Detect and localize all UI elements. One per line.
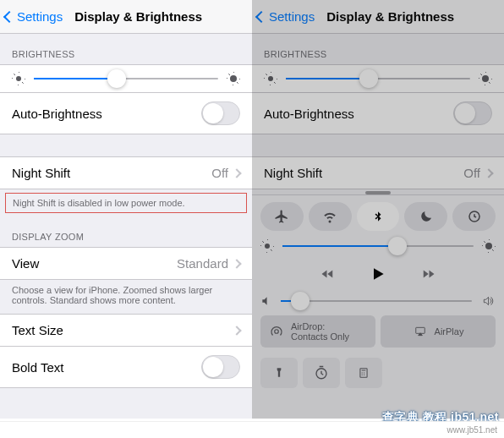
settings-panel-left: Settings Display & Brightness BRIGHTNESS… bbox=[0, 0, 252, 419]
next-track-button[interactable] bbox=[417, 266, 439, 282]
airdrop-title: AirDrop: bbox=[291, 321, 349, 331]
cc-bottom-row bbox=[260, 356, 496, 388]
flashlight-button[interactable] bbox=[260, 358, 298, 388]
bold-text-row[interactable]: Bold Text bbox=[0, 347, 252, 388]
night-shift-row[interactable]: Night Shift Off bbox=[252, 156, 504, 189]
cc-volume-slider[interactable] bbox=[260, 295, 496, 307]
view-label: View bbox=[12, 256, 39, 271]
volume-high-icon bbox=[480, 295, 496, 307]
timer-button[interactable] bbox=[303, 358, 340, 388]
airplane-icon bbox=[274, 209, 289, 224]
auto-brightness-row[interactable]: Auto-Brightness bbox=[0, 93, 252, 134]
brightness-track[interactable] bbox=[286, 78, 470, 79]
chevron-right-icon bbox=[232, 168, 241, 178]
rotation-lock-icon bbox=[467, 209, 482, 224]
bold-text-label: Bold Text bbox=[12, 360, 63, 375]
calculator-icon bbox=[358, 365, 370, 381]
calculator-button[interactable] bbox=[345, 358, 382, 388]
rewind-icon bbox=[317, 266, 339, 282]
bluetooth-icon bbox=[372, 209, 384, 224]
sun-dim-icon bbox=[260, 239, 274, 253]
chevron-right-icon bbox=[232, 259, 241, 268]
cc-toggle-row bbox=[260, 202, 496, 231]
night-shift-footer: Night Shift is disabled in low power mod… bbox=[5, 193, 247, 213]
chevron-left-icon bbox=[3, 10, 15, 22]
auto-brightness-row[interactable]: Auto-Brightness bbox=[252, 93, 504, 134]
airdrop-tile[interactable]: AirDrop:Contacts Only bbox=[260, 315, 375, 348]
brightness-slider-row[interactable] bbox=[0, 64, 252, 93]
sun-bright-icon bbox=[479, 72, 492, 85]
airplay-icon bbox=[413, 326, 428, 337]
back-button[interactable]: Settings bbox=[5, 9, 63, 24]
back-button[interactable]: Settings bbox=[257, 9, 315, 24]
brightness-track[interactable] bbox=[34, 78, 218, 79]
play-button[interactable] bbox=[370, 265, 386, 283]
rotation-lock-toggle[interactable] bbox=[452, 202, 496, 231]
back-label: Settings bbox=[17, 9, 63, 24]
control-center: AirDrop:Contacts Only AirPlay bbox=[252, 194, 504, 419]
night-shift-value: Off bbox=[211, 166, 228, 180]
page-title: Display & Brightness bbox=[326, 9, 454, 24]
bluetooth-toggle[interactable] bbox=[357, 202, 400, 231]
auto-brightness-label: Auto-Brightness bbox=[12, 107, 102, 121]
chevron-right-icon bbox=[232, 326, 241, 335]
text-size-row[interactable]: Text Size bbox=[0, 314, 252, 347]
airplane-toggle[interactable] bbox=[260, 202, 304, 231]
forward-icon bbox=[417, 266, 439, 282]
sun-dim-icon bbox=[12, 72, 25, 85]
section-header-brightness: BRIGHTNESS bbox=[0, 34, 252, 64]
dnd-toggle[interactable] bbox=[404, 202, 447, 231]
timer-icon bbox=[314, 365, 329, 381]
night-shift-label: Night Shift bbox=[12, 166, 70, 180]
airdrop-sub: Contacts Only bbox=[291, 331, 349, 342]
view-row[interactable]: View Standard bbox=[0, 247, 252, 280]
wifi-icon bbox=[322, 209, 337, 224]
chevron-left-icon bbox=[255, 10, 267, 22]
nav-bar: Settings Display & Brightness bbox=[252, 0, 504, 34]
play-icon bbox=[370, 265, 386, 283]
view-value: Standard bbox=[177, 256, 228, 271]
sun-dim-icon bbox=[264, 72, 277, 85]
airplay-label: AirPlay bbox=[435, 326, 464, 337]
volume-low-icon bbox=[260, 295, 272, 307]
section-header-zoom: DISPLAY ZOOM bbox=[0, 216, 252, 247]
settings-panel-right: Settings Display & Brightness BRIGHTNESS… bbox=[252, 0, 504, 419]
night-shift-row[interactable]: Night Shift Off bbox=[0, 156, 252, 189]
page-title: Display & Brightness bbox=[74, 9, 202, 24]
sun-bright-icon bbox=[482, 239, 496, 253]
cc-brightness-slider[interactable] bbox=[260, 239, 496, 253]
section-header-brightness: BRIGHTNESS bbox=[252, 34, 504, 64]
moon-icon bbox=[419, 209, 434, 224]
image-credit: www.jb51.net bbox=[0, 421, 504, 438]
back-label: Settings bbox=[269, 9, 315, 24]
prev-track-button[interactable] bbox=[317, 266, 339, 282]
flashlight-icon bbox=[273, 365, 285, 381]
media-controls bbox=[260, 261, 496, 287]
wifi-toggle[interactable] bbox=[309, 202, 352, 231]
sun-bright-icon bbox=[227, 72, 240, 85]
nav-bar: Settings Display & Brightness bbox=[0, 0, 252, 34]
airplay-tile[interactable]: AirPlay bbox=[381, 315, 496, 348]
svg-point-1 bbox=[275, 330, 279, 334]
brightness-slider-row[interactable] bbox=[252, 64, 504, 93]
view-footer: Choose a view for iPhone. Zoomed shows l… bbox=[0, 280, 252, 314]
airdrop-icon bbox=[269, 324, 284, 339]
auto-brightness-toggle[interactable] bbox=[201, 101, 240, 125]
text-size-label: Text Size bbox=[12, 323, 63, 337]
auto-brightness-toggle[interactable] bbox=[453, 101, 492, 125]
chevron-right-icon bbox=[484, 168, 493, 178]
bold-text-toggle[interactable] bbox=[201, 355, 240, 379]
